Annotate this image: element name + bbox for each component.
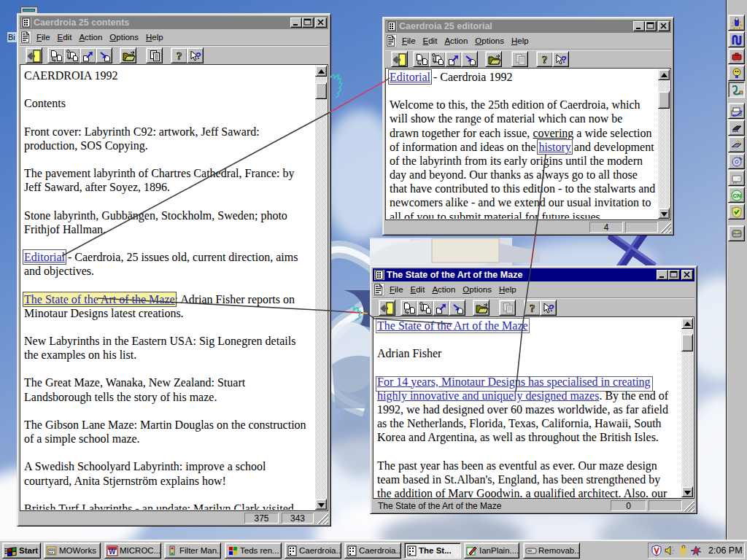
svg-text:CN: CN xyxy=(733,192,742,199)
svg-text:?: ? xyxy=(561,54,567,65)
svg-text:?: ? xyxy=(177,50,182,62)
svg-text:?: ? xyxy=(196,50,201,61)
svg-text:?: ? xyxy=(542,54,548,66)
svg-text:?: ? xyxy=(530,303,535,314)
svg-text:W: W xyxy=(109,548,116,556)
svg-text:?: ? xyxy=(549,303,554,314)
